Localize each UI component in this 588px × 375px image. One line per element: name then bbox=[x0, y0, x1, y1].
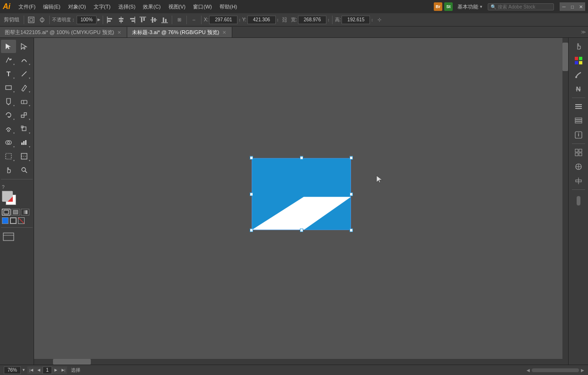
rp-hand-tool[interactable] bbox=[571, 40, 586, 53]
eraser-tool[interactable]: ▾ bbox=[17, 95, 32, 108]
artboard-bottom-icon[interactable] bbox=[1, 230, 16, 243]
handle-mid-right[interactable] bbox=[350, 193, 353, 196]
workspace-selector[interactable]: 基本功能 ▼ bbox=[455, 2, 486, 11]
menu-effect[interactable]: 效果(C) bbox=[140, 2, 164, 11]
distribute-h-icon[interactable]: ⊞ bbox=[175, 15, 184, 25]
pencil-tool[interactable]: ▾ bbox=[17, 81, 32, 94]
h-scrollbar[interactable] bbox=[34, 359, 562, 365]
link-icon[interactable]: ⛓ bbox=[280, 15, 290, 25]
direct-selection-tool[interactable] bbox=[17, 40, 32, 53]
curvature-tool[interactable]: ▾ bbox=[17, 54, 32, 67]
shape-builder-tool[interactable]: ▾ bbox=[1, 136, 16, 149]
fill-color-sample[interactable] bbox=[2, 217, 9, 224]
fill-box[interactable] bbox=[2, 191, 12, 201]
menu-type[interactable]: 文字(T) bbox=[90, 2, 114, 11]
rotate-tool[interactable]: ▾ bbox=[1, 108, 16, 122]
restore-button[interactable]: □ bbox=[568, 2, 577, 11]
toolbar-transform-icon[interactable] bbox=[26, 15, 36, 25]
align-bottom-icon[interactable] bbox=[160, 15, 169, 25]
menu-view[interactable]: 视图(V) bbox=[165, 2, 189, 11]
rp-color-swatch[interactable] bbox=[571, 54, 586, 67]
rp-info[interactable] bbox=[571, 128, 586, 142]
opacity-input[interactable] bbox=[77, 16, 97, 24]
nav-next-button[interactable]: ▶ bbox=[52, 366, 60, 374]
scroll-left-arrow[interactable]: ◀ bbox=[527, 368, 530, 373]
minimize-button[interactable]: ─ bbox=[560, 2, 568, 11]
handle-top-right[interactable] bbox=[350, 156, 353, 160]
line-tool[interactable]: ▾ bbox=[17, 67, 32, 80]
page-input[interactable] bbox=[43, 366, 52, 374]
fill-mode-box[interactable] bbox=[2, 209, 10, 215]
v-scroll-thumb[interactable] bbox=[562, 43, 568, 71]
artboard-tool[interactable]: ▾ bbox=[1, 150, 16, 163]
y-input[interactable] bbox=[247, 16, 276, 24]
rp-appearance[interactable] bbox=[571, 160, 586, 173]
transform-icon[interactable]: ↔ bbox=[189, 15, 199, 25]
graph-tool[interactable]: ▾ bbox=[17, 136, 32, 149]
v-scrollbar[interactable] bbox=[562, 38, 568, 365]
warp-tool[interactable]: ▾ bbox=[1, 122, 16, 135]
rp-scroll-thumb[interactable] bbox=[577, 196, 580, 205]
zoom-tool[interactable] bbox=[17, 163, 32, 177]
stroke-color-sample[interactable] bbox=[10, 217, 17, 224]
menu-object[interactable]: 对象(O) bbox=[65, 2, 89, 11]
selection-tool[interactable] bbox=[1, 40, 16, 53]
scroll-right-arrow[interactable]: ▶ bbox=[581, 368, 584, 373]
artwork[interactable] bbox=[252, 158, 351, 230]
menu-edit[interactable]: 编辑(E) bbox=[40, 2, 64, 11]
close-button[interactable]: ✕ bbox=[577, 2, 585, 11]
align-left-icon[interactable] bbox=[105, 15, 115, 25]
menu-select[interactable]: 选择(S) bbox=[115, 2, 139, 11]
canvas-area[interactable] bbox=[34, 38, 568, 365]
rp-none-icon[interactable]: N bbox=[571, 82, 586, 96]
search-bar[interactable]: 🔍 bbox=[488, 3, 554, 10]
stock-icon[interactable]: St bbox=[444, 2, 453, 11]
align-top-icon[interactable] bbox=[138, 15, 148, 25]
rp-layers[interactable] bbox=[571, 114, 586, 127]
tab-0[interactable]: 图帮主1422105.ai* @ 100% (CMYK/GPU 预览) ✕ bbox=[0, 27, 127, 37]
scale-tool[interactable]: ▾ bbox=[17, 108, 32, 122]
rp-more[interactable] bbox=[571, 174, 586, 188]
pen-tool[interactable]: ▾ bbox=[1, 54, 16, 67]
tab-1-close[interactable]: ✕ bbox=[221, 30, 227, 35]
type-tool[interactable]: T ▾ bbox=[1, 67, 16, 80]
sb-progress-bar[interactable] bbox=[532, 368, 579, 372]
nav-first-button[interactable]: |◀ bbox=[27, 366, 35, 374]
paint-bucket-tool[interactable]: ▾ bbox=[1, 95, 16, 108]
handle-bottom-right[interactable] bbox=[350, 229, 353, 232]
rp-grid[interactable] bbox=[571, 146, 586, 159]
bridge-icon[interactable]: Br bbox=[434, 2, 442, 11]
menu-file[interactable]: 文件(F) bbox=[15, 2, 39, 11]
nav-prev-button[interactable]: ◀ bbox=[35, 366, 43, 374]
tabs-expand-icon[interactable]: ≫ bbox=[579, 29, 588, 35]
align-center-h-icon[interactable] bbox=[116, 15, 126, 25]
menu-help[interactable]: 帮助(H) bbox=[216, 2, 240, 11]
align-right-icon[interactable] bbox=[127, 15, 137, 25]
slice-tool[interactable]: ▾ bbox=[17, 150, 32, 163]
handle-bottom-left[interactable] bbox=[250, 229, 253, 232]
gradient-mode-box[interactable] bbox=[21, 209, 29, 215]
hand-tool[interactable] bbox=[1, 163, 16, 177]
fill-stroke-boxes[interactable] bbox=[2, 191, 20, 208]
height-input[interactable] bbox=[342, 16, 370, 24]
align-middle-icon[interactable] bbox=[149, 15, 158, 25]
menu-window[interactable]: 窗口(W) bbox=[190, 2, 215, 11]
search-input[interactable] bbox=[498, 4, 545, 9]
stroke-mode-box[interactable] bbox=[11, 209, 20, 215]
toolbar-align-icon[interactable] bbox=[37, 15, 47, 25]
handle-mid-left[interactable] bbox=[250, 193, 253, 196]
handle-top-center[interactable] bbox=[300, 156, 303, 160]
tab-1[interactable]: 未标题-3.ai* @ 76% (RGB/GPU 预览) ✕ bbox=[127, 27, 232, 37]
rect-tool[interactable]: ▾ bbox=[1, 81, 16, 94]
handle-bottom-center[interactable] bbox=[300, 229, 303, 232]
rp-properties[interactable] bbox=[571, 100, 586, 113]
x-input[interactable] bbox=[209, 16, 237, 24]
rp-brushes[interactable] bbox=[571, 68, 586, 81]
h-scroll-thumb[interactable] bbox=[53, 359, 91, 365]
transform-more-icon[interactable]: ⊹ bbox=[375, 15, 384, 25]
opacity-arrow[interactable]: ▶ bbox=[97, 18, 100, 22]
zoom-dropdown-arrow[interactable]: ▼ bbox=[22, 368, 26, 372]
free-transform-tool[interactable]: ▾ bbox=[17, 122, 32, 135]
none-sample[interactable] bbox=[18, 217, 25, 224]
handle-top-left[interactable] bbox=[250, 156, 253, 160]
